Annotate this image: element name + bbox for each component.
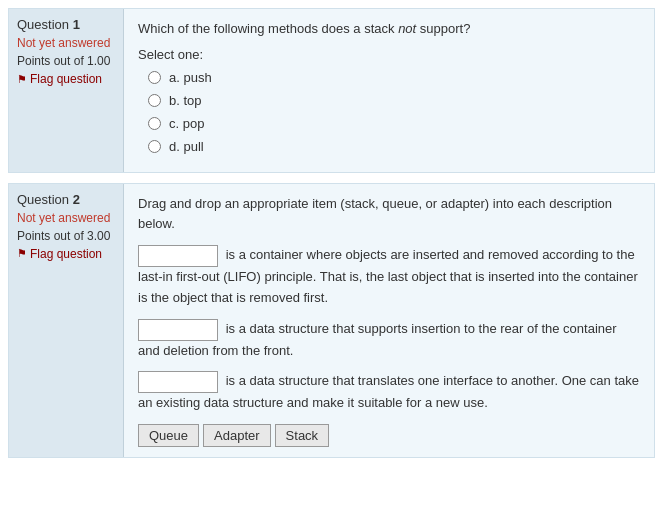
drop-box-1[interactable] [138,245,218,267]
drop-sentence-3: is a data structure that translates one … [138,371,640,414]
question-2-status: Not yet answered [17,211,115,225]
drop-sentence-1: is a container where objects are inserte… [138,245,640,309]
question-2-block: Question 2 Not yet answered Points out o… [8,183,655,459]
flag-icon-2: ⚑ [17,247,27,260]
quiz-container: Question 1 Not yet answered Points out o… [0,0,663,466]
drag-stack[interactable]: Stack [275,424,330,447]
flag-icon: ⚑ [17,73,27,86]
question-1-status: Not yet answered [17,36,115,50]
radio-options: a. push b. top c. pop d. pull [138,70,640,154]
radio-d[interactable] [148,140,161,153]
radio-b[interactable] [148,94,161,107]
select-one-label: Select one: [138,47,640,62]
question-2-number: Question 2 [17,192,115,207]
question-2-content: Drag and drop an appropriate item (stack… [124,184,654,458]
option-a: a. push [148,70,640,85]
question-1-number: Question 1 [17,17,115,32]
radio-a[interactable] [148,71,161,84]
question-1-text: Which of the following methods does a st… [138,19,640,39]
option-b: b. top [148,93,640,108]
question-1-block: Question 1 Not yet answered Points out o… [8,8,655,173]
option-d: d. pull [148,139,640,154]
drop-box-3[interactable] [138,371,218,393]
question-2-points: Points out of 3.00 [17,229,115,243]
option-c: c. pop [148,116,640,131]
question-1-content: Which of the following methods does a st… [124,9,654,172]
drag-items: Queue Adapter Stack [138,424,640,447]
drag-drop-intro: Drag and drop an appropriate item (stack… [138,194,640,236]
question-2-flag[interactable]: ⚑ Flag question [17,247,115,261]
drag-queue[interactable]: Queue [138,424,199,447]
question-1-sidebar: Question 1 Not yet answered Points out o… [9,9,124,172]
radio-c[interactable] [148,117,161,130]
question-2-sidebar: Question 2 Not yet answered Points out o… [9,184,124,458]
question-1-flag[interactable]: ⚑ Flag question [17,72,115,86]
drop-sentence-2: is a data structure that supports insert… [138,319,640,362]
question-1-points: Points out of 1.00 [17,54,115,68]
drop-box-2[interactable] [138,319,218,341]
drag-adapter[interactable]: Adapter [203,424,271,447]
